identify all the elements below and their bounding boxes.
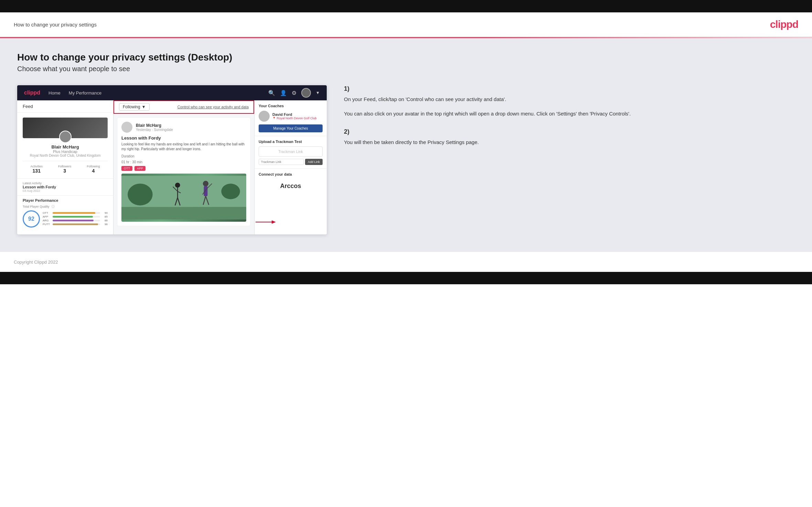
post-header: Blair McHarg Yesterday · Sunningdale bbox=[121, 122, 246, 133]
step2-text: You will then be taken directly to the P… bbox=[344, 138, 791, 146]
stat-followers-label: Followers bbox=[58, 165, 72, 168]
post-date: Yesterday · Sunningdale bbox=[136, 128, 173, 132]
post-avatar bbox=[121, 122, 132, 133]
quality-bar-row: OTT90 bbox=[43, 211, 108, 214]
coach-name: David Ford bbox=[272, 112, 317, 117]
manage-coaches-button[interactable]: Manage Your Coaches bbox=[259, 124, 323, 132]
step1-number: 1) bbox=[344, 85, 791, 92]
profile-avatar bbox=[59, 131, 72, 143]
trackman-add-button[interactable]: Add Link bbox=[305, 159, 323, 165]
bottom-bar bbox=[0, 272, 812, 284]
coaches-section: Your Coaches David Ford 📍 Royal North De… bbox=[255, 100, 327, 136]
bar-track bbox=[53, 216, 100, 218]
tag-ott: OTT bbox=[121, 166, 132, 171]
profile-handicap: Plus Handicap bbox=[23, 150, 108, 154]
avatar-icon[interactable] bbox=[301, 88, 311, 98]
coach-info: David Ford 📍 Royal North Devon Golf Club bbox=[272, 112, 317, 120]
stat-followers-value: 3 bbox=[58, 168, 72, 174]
connect-section: Connect your data Arccos bbox=[255, 169, 327, 197]
step2-number: 2) bbox=[344, 128, 791, 135]
bar-fill bbox=[53, 223, 98, 225]
bar-label: ARG bbox=[43, 219, 51, 222]
logo: clippd bbox=[770, 19, 798, 30]
nav-right: 🔍 👤 ⚙ ▼ bbox=[268, 88, 320, 98]
profile-name: Blair McHarg bbox=[23, 144, 108, 150]
latest-activity-label: Latest Activity bbox=[23, 181, 108, 185]
post-image bbox=[121, 174, 246, 222]
bar-track bbox=[53, 220, 100, 221]
svg-point-3 bbox=[221, 184, 240, 199]
profile-card: Blair McHarg Plus Handicap Royal North D… bbox=[17, 113, 113, 178]
quality-row: 92 OTT90APP85ARG86PUTT96 bbox=[23, 210, 108, 228]
svg-point-4 bbox=[175, 183, 180, 188]
dropdown-chevron-icon: ▼ bbox=[316, 90, 320, 95]
quality-bar-row: ARG86 bbox=[43, 219, 108, 222]
post-author-name: Blair McHarg bbox=[136, 123, 173, 128]
user-icon[interactable]: 👤 bbox=[280, 90, 287, 96]
instruction-2: 2) You will then be taken directly to th… bbox=[344, 128, 791, 146]
following-button[interactable]: Following ▼ bbox=[119, 103, 150, 111]
player-perf-title: Player Performance bbox=[23, 198, 108, 202]
bar-label: APP bbox=[43, 215, 51, 218]
nav-link-performance[interactable]: My Performance bbox=[69, 90, 101, 96]
stat-following-label: Following bbox=[87, 165, 100, 168]
stat-following: Following 4 bbox=[87, 165, 100, 174]
app-mock: clippd Home My Performance 🔍 👤 ⚙ ▼ Feed bbox=[17, 85, 327, 234]
trackman-placeholder: Trackman Link bbox=[259, 146, 323, 157]
step1-text: On your Feed, click/tap on 'Control who … bbox=[344, 95, 791, 103]
tag-app: APP bbox=[134, 166, 145, 171]
info-icon: ⓘ bbox=[52, 205, 55, 208]
trackman-input[interactable] bbox=[259, 159, 304, 165]
search-icon[interactable]: 🔍 bbox=[268, 90, 275, 96]
coach-club: 📍 Royal North Devon Golf Club bbox=[272, 117, 317, 120]
location-icon: 📍 bbox=[272, 117, 276, 120]
latest-activity-name: Lesson with Fordy bbox=[23, 185, 108, 189]
player-performance: Player Performance Total Player Quality … bbox=[17, 195, 113, 230]
feed-header-wrapper: Following ▼ Control who can see your act… bbox=[113, 100, 254, 114]
control-privacy-link[interactable]: Control who can see your activity and da… bbox=[177, 105, 249, 109]
feed-post: Blair McHarg Yesterday · Sunningdale Les… bbox=[117, 117, 251, 226]
feed-tab[interactable]: Feed bbox=[17, 100, 113, 113]
player-quality-label: Total Player Quality ⓘ bbox=[23, 205, 108, 209]
bar-value: 86 bbox=[101, 219, 108, 222]
post-tags: OTT APP bbox=[121, 166, 246, 171]
quality-bar-row: PUTT96 bbox=[43, 223, 108, 226]
instruction-1: 1) On your Feed, click/tap on 'Control w… bbox=[344, 85, 791, 118]
latest-activity-date: 03 Aug 2022 bbox=[23, 189, 108, 192]
header: How to change your privacy settings clip… bbox=[0, 12, 812, 37]
bar-label: OTT bbox=[43, 211, 51, 214]
stat-followers: Followers 3 bbox=[58, 165, 72, 174]
quality-bars: OTT90APP85ARG86PUTT96 bbox=[43, 211, 108, 227]
post-duration: Duration bbox=[121, 154, 246, 158]
stat-following-value: 4 bbox=[87, 168, 100, 174]
trackman-title: Upload a Trackman Test bbox=[259, 140, 323, 144]
post-author-info: Blair McHarg Yesterday · Sunningdale bbox=[136, 123, 173, 132]
app-right-panel: Your Coaches David Ford 📍 Royal North De… bbox=[255, 100, 327, 234]
top-bar bbox=[0, 0, 812, 12]
quality-score: 92 bbox=[23, 210, 40, 228]
connect-title: Connect your data bbox=[259, 172, 323, 176]
trackman-section: Upload a Trackman Test Trackman Link Add… bbox=[255, 136, 327, 169]
connect-brand: Arccos bbox=[259, 179, 323, 193]
demo-instructions: clippd Home My Performance 🔍 👤 ⚙ ▼ Feed bbox=[17, 85, 795, 234]
profile-stats: Activities 131 Followers 3 Following 4 bbox=[23, 161, 108, 174]
footer-text: Copyright Clippd 2022 bbox=[14, 260, 58, 265]
page-heading: How to change your privacy settings (Des… bbox=[17, 52, 795, 63]
stat-activities: Activities 131 bbox=[30, 165, 43, 174]
svg-point-2 bbox=[128, 184, 153, 206]
settings-icon[interactable]: ⚙ bbox=[292, 90, 296, 96]
step1-extra: You can also click on your avatar in the… bbox=[344, 110, 791, 118]
main-content: How to change your privacy settings (Des… bbox=[0, 38, 812, 252]
nav-link-home[interactable]: Home bbox=[48, 90, 61, 96]
coach-item: David Ford 📍 Royal North Devon Golf Club bbox=[259, 111, 323, 122]
profile-club: Royal North Devon Golf Club, United King… bbox=[23, 154, 108, 157]
bar-fill bbox=[53, 220, 94, 221]
coaches-title: Your Coaches bbox=[259, 104, 323, 108]
bar-fill bbox=[53, 212, 95, 214]
quality-bar-row: APP85 bbox=[43, 215, 108, 218]
bar-value: 90 bbox=[101, 211, 108, 214]
coach-avatar bbox=[259, 111, 270, 122]
post-title: Lesson with Fordy bbox=[121, 135, 246, 141]
svg-point-10 bbox=[203, 181, 208, 186]
bar-track bbox=[53, 212, 100, 214]
